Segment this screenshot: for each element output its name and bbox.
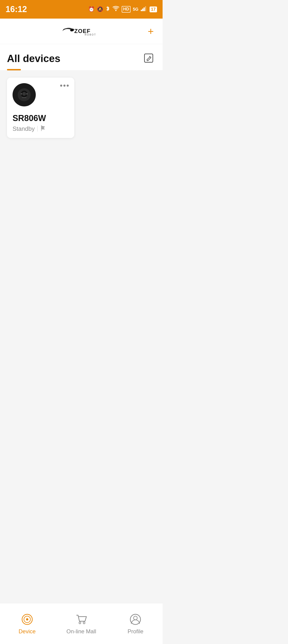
wifi-icon	[112, 6, 120, 13]
svg-text:ZOEF: ZOEF	[74, 28, 90, 34]
svg-point-22	[130, 614, 140, 624]
device-card[interactable]: SR806W Standby	[7, 78, 74, 138]
add-device-button[interactable]: +	[146, 24, 156, 38]
edit-button[interactable]	[142, 51, 156, 66]
device-name: SR806W	[12, 113, 69, 123]
bottom-navigation: Device On-line Mall Profile	[0, 603, 162, 644]
status-divider	[38, 126, 38, 132]
svg-point-20	[79, 622, 81, 624]
svg-point-23	[134, 616, 137, 620]
more-options[interactable]	[60, 83, 69, 87]
nav-item-mall[interactable]: On-line Mall	[54, 609, 108, 638]
battery-indicator: 17	[150, 6, 157, 12]
hd-icon: HD	[122, 6, 130, 12]
bluetooth-icon	[106, 5, 110, 13]
mall-nav-label: On-line Mall	[66, 628, 96, 635]
svg-rect-4	[145, 6, 146, 11]
device-nav-label: Device	[18, 628, 36, 635]
profile-nav-label: Profile	[128, 628, 143, 635]
device-image	[12, 83, 36, 106]
zoef-logo: ZOEF ROBOT	[60, 24, 106, 38]
svg-point-14	[21, 93, 22, 94]
status-bar: 16:12 ⏰ 🔕 HD 5G	[0, 0, 162, 18]
dot-3	[67, 84, 69, 87]
battery-level: 17	[151, 7, 156, 12]
svg-rect-1	[141, 10, 142, 11]
device-card-top	[12, 83, 69, 106]
edit-icon	[144, 53, 154, 63]
page-title-area: All devices	[0, 44, 162, 66]
svg-text:ROBOT: ROBOT	[85, 33, 96, 36]
svg-rect-3	[144, 8, 145, 11]
flag-icon	[40, 125, 46, 132]
5g-icon: 5G	[133, 7, 138, 12]
logo-container: ZOEF ROBOT	[21, 24, 146, 38]
title-underline-container	[0, 66, 162, 70]
cart-nav-icon	[75, 613, 88, 626]
device-nav-icon	[21, 613, 34, 626]
device-status-row: Standby	[12, 125, 69, 132]
signal-icon	[141, 6, 147, 12]
dot-1	[60, 84, 62, 87]
nav-item-device[interactable]: Device	[0, 609, 54, 638]
svg-point-0	[115, 10, 116, 11]
alarm-icon: ⏰	[88, 6, 94, 12]
svg-point-15	[26, 93, 28, 94]
svg-point-19	[26, 618, 28, 620]
status-icons: ⏰ 🔕 HD 5G	[88, 5, 157, 13]
svg-point-12	[22, 92, 26, 96]
dot-2	[64, 84, 66, 87]
device-status: Standby	[12, 125, 34, 132]
device-grid: SR806W Standby	[0, 71, 162, 145]
plus-icon: +	[148, 26, 154, 37]
svg-point-21	[83, 622, 85, 624]
silent-icon: 🔕	[97, 6, 103, 12]
nav-item-profile[interactable]: Profile	[108, 609, 162, 638]
app-header: ZOEF ROBOT +	[0, 18, 162, 44]
status-time: 16:12	[6, 4, 27, 14]
page-title: All devices	[7, 53, 60, 64]
empty-content	[0, 145, 162, 563]
robot-icon	[15, 86, 34, 104]
profile-nav-icon	[129, 613, 142, 626]
svg-rect-2	[142, 8, 143, 11]
svg-rect-13	[22, 97, 26, 98]
